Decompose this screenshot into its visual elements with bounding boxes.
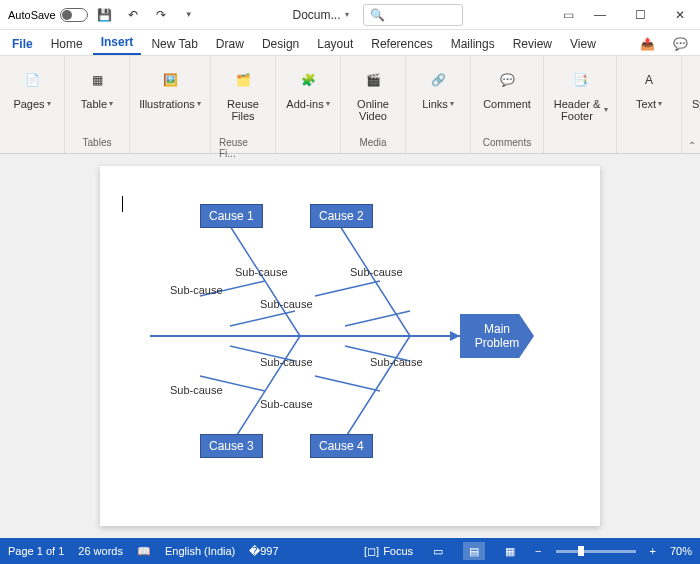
word-count[interactable]: 26 words — [78, 545, 123, 557]
zoom-in-button[interactable]: + — [650, 545, 656, 557]
tab-home[interactable]: Home — [43, 33, 91, 55]
video-icon: 🎬 — [357, 64, 389, 96]
sub-cause-label[interactable]: Sub-cause — [370, 356, 423, 368]
comment-icon: 💬 — [491, 64, 523, 96]
document-title: Docum... — [293, 8, 341, 22]
group-tables: Tables — [83, 137, 112, 151]
status-bar: Page 1 of 1 26 words 📖 English (India) �… — [0, 538, 700, 564]
pages-button[interactable]: 📄 Pages▾ — [8, 60, 56, 110]
spellcheck-icon[interactable]: 📖 — [137, 545, 151, 558]
sub-cause-label[interactable]: Sub-cause — [350, 266, 403, 278]
header-footer-button[interactable]: 📑 Header & Footer▾ — [552, 60, 608, 122]
group-reuse: Reuse Fi... — [219, 137, 267, 151]
tab-view[interactable]: View — [562, 33, 604, 55]
tab-references[interactable]: References — [363, 33, 440, 55]
search-input[interactable]: 🔍 — [363, 4, 463, 26]
pages-icon: 📄 — [16, 64, 48, 96]
zoom-slider[interactable] — [556, 550, 636, 553]
comments-icon[interactable]: 💬 — [665, 33, 696, 55]
autosave-toggle[interactable]: AutoSave — [8, 8, 88, 22]
zoom-out-button[interactable]: − — [535, 545, 541, 557]
redo-icon[interactable]: ↷ — [150, 4, 172, 26]
tab-design[interactable]: Design — [254, 33, 307, 55]
language[interactable]: English (India) — [165, 545, 235, 557]
sub-cause-label[interactable]: Sub-cause — [170, 284, 223, 296]
ribbon-tabs: File Home Insert New Tab Draw Design Lay… — [0, 30, 700, 56]
addins-button[interactable]: 🧩 Add-ins▾ — [284, 60, 332, 110]
zoom-level[interactable]: 70% — [670, 545, 692, 557]
online-video-button[interactable]: 🎬 Online Video — [349, 60, 397, 122]
illustrations-button[interactable]: 🖼️ Illustrations▾ — [138, 60, 202, 110]
title-bar: AutoSave 💾 ↶ ↷ ▼ Docum... ▾ 🔍 ▭ — ☐ ✕ — [0, 0, 700, 30]
tab-file[interactable]: File — [4, 33, 41, 55]
cause-box-1[interactable]: Cause 1 — [200, 204, 263, 228]
group-media: Media — [359, 137, 386, 151]
sub-cause-label[interactable]: Sub-cause — [260, 398, 313, 410]
sub-cause-label[interactable]: Sub-cause — [260, 356, 313, 368]
minimize-button[interactable]: — — [580, 0, 620, 30]
svg-line-8 — [315, 281, 380, 296]
illustrations-icon: 🖼️ — [154, 64, 186, 96]
accessibility-icon[interactable]: �997 — [249, 545, 278, 558]
comment-button[interactable]: 💬 Comment — [479, 60, 535, 110]
main-problem-box[interactable]: MainProblem — [460, 314, 534, 358]
table-icon: ▦ — [81, 64, 113, 96]
tab-draw[interactable]: Draw — [208, 33, 252, 55]
tab-insert[interactable]: Insert — [93, 31, 142, 55]
addins-icon: 🧩 — [292, 64, 324, 96]
ribbon: 📄 Pages▾ ▦ Table▾ Tables 🖼️ Illustration… — [0, 56, 700, 154]
tab-mailings[interactable]: Mailings — [443, 33, 503, 55]
svg-marker-1 — [450, 331, 460, 341]
read-mode-icon[interactable]: ▭ — [427, 542, 449, 560]
toggle-off-icon — [60, 8, 88, 22]
sub-cause-label[interactable]: Sub-cause — [170, 384, 223, 396]
share-icon[interactable]: 📤 — [632, 33, 663, 55]
sub-cause-label[interactable]: Sub-cause — [235, 266, 288, 278]
qat-dropdown-icon[interactable]: ▼ — [178, 4, 200, 26]
search-icon: 🔍 — [370, 8, 385, 22]
tab-layout[interactable]: Layout — [309, 33, 361, 55]
print-layout-icon[interactable]: ▤ — [463, 542, 485, 560]
web-layout-icon[interactable]: ▦ — [499, 542, 521, 560]
svg-line-9 — [345, 311, 410, 326]
symbols-button[interactable]: Ω Symbols▾ — [690, 60, 700, 110]
table-button[interactable]: ▦ Table▾ — [73, 60, 121, 110]
maximize-button[interactable]: ☐ — [620, 0, 660, 30]
tab-newtab[interactable]: New Tab — [143, 33, 205, 55]
text-button[interactable]: A Text▾ — [625, 60, 673, 110]
links-button[interactable]: 🔗 Links▾ — [414, 60, 462, 110]
close-button[interactable]: ✕ — [660, 0, 700, 30]
text-icon: A — [633, 64, 665, 96]
reuse-files-icon: 🗂️ — [227, 64, 259, 96]
reuse-files-button[interactable]: 🗂️ Reuse Files — [219, 60, 267, 122]
document-area[interactable]: Cause 1 Cause 2 Cause 3 Cause 4 MainProb… — [0, 154, 700, 538]
undo-icon[interactable]: ↶ — [122, 4, 144, 26]
tab-review[interactable]: Review — [505, 33, 560, 55]
header-footer-icon: 📑 — [564, 64, 596, 96]
sub-cause-label[interactable]: Sub-cause — [260, 298, 313, 310]
cause-box-4[interactable]: Cause 4 — [310, 434, 373, 458]
cause-box-3[interactable]: Cause 3 — [200, 434, 263, 458]
group-comments: Comments — [483, 137, 531, 151]
autosave-label: AutoSave — [8, 9, 56, 21]
save-icon[interactable]: 💾 — [94, 4, 116, 26]
svg-line-12 — [315, 376, 380, 391]
links-icon: 🔗 — [422, 64, 454, 96]
collapse-ribbon-icon[interactable]: ⌃ — [688, 140, 696, 151]
title-chevron-icon[interactable]: ▾ — [345, 10, 349, 19]
focus-button[interactable]: [◻] Focus — [364, 545, 413, 558]
page[interactable]: Cause 1 Cause 2 Cause 3 Cause 4 MainProb… — [100, 166, 600, 526]
cause-box-2[interactable]: Cause 2 — [310, 204, 373, 228]
ribbon-display-icon[interactable]: ▭ — [556, 3, 580, 27]
svg-line-7 — [230, 311, 295, 326]
page-number[interactable]: Page 1 of 1 — [8, 545, 64, 557]
